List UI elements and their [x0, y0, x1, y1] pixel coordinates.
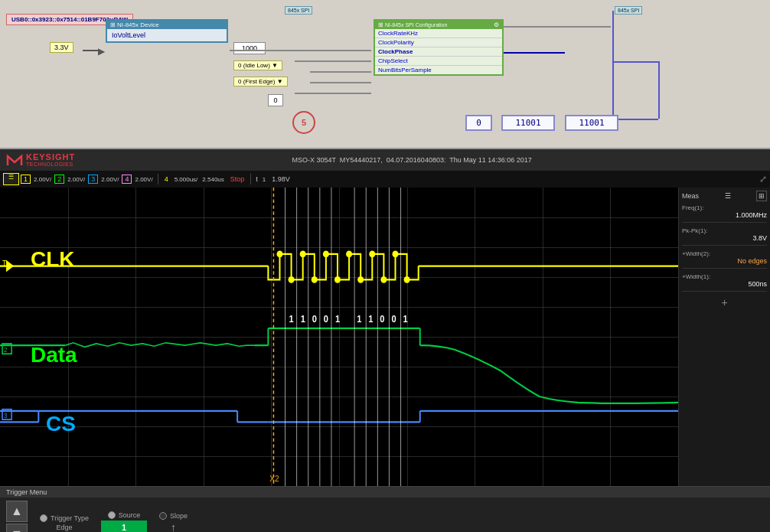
spi-item-4: NumBitsPerSample: [375, 66, 502, 74]
scope-timestamp: Thu May 11 14:36:06 2017: [449, 156, 532, 164]
meas-header: Meas ☰ ⊞: [682, 191, 767, 201]
time-pos-marker: 4: [162, 175, 171, 183]
down-arrow-btn[interactable]: ▼: [6, 524, 28, 532]
svg-point-39: [404, 276, 410, 283]
measurements-panel: Meas ☰ ⊞ Freq(1): 1.000MHz Pk-Pk(1): 3.8…: [678, 188, 770, 486]
trigger-slope-section: Slope ↑: [159, 512, 188, 532]
svg-text:X2: X2: [269, 474, 279, 484]
circle-value: 5: [302, 118, 306, 127]
freq-value: 1.000MHz: [682, 211, 767, 219]
ni-device-label: NI-845x Device: [117, 21, 159, 28]
ch3-scale: 2.00V/: [100, 176, 120, 183]
spi-item-1: ClockPolarity: [375, 38, 502, 47]
scope-firmware: 04.07.2016040803: [387, 156, 444, 164]
trigger-source-label: Source: [119, 511, 141, 519]
trig-symbol: t: [254, 175, 259, 183]
stop-label[interactable]: Stop: [227, 175, 248, 183]
trigger-type-label: Trigger Type: [51, 514, 89, 522]
scope-info: MSO-X 3054T MY54440217, 04.07.2016040803…: [75, 156, 749, 164]
up-arrow-btn[interactable]: ▲: [6, 501, 28, 522]
svg-text:T: T: [2, 259, 7, 268]
trigger-type-radio[interactable]: [40, 514, 47, 522]
spi-config-header: ⊞ NI-845x SPI Configuration ⚙: [375, 21, 502, 29]
svg-point-29: [289, 276, 295, 283]
width2-value: No edges: [682, 257, 767, 265]
idle-low-block[interactable]: 0 (Idle Low) ▼: [233, 60, 282, 70]
svg-text:0: 0: [312, 314, 318, 325]
bin-output-right: 11001: [565, 115, 618, 131]
time-pos: 2.540us: [201, 176, 225, 183]
trigger-type-section: Trigger Type Edge: [40, 514, 89, 531]
brand-sub: TECHNOLOGIES: [26, 162, 75, 167]
ch4-num[interactable]: 4: [122, 175, 132, 184]
svg-text:0: 0: [324, 314, 329, 325]
spi-config-label: NI-845x SPI Configuration: [385, 22, 447, 28]
svg-point-31: [312, 276, 318, 283]
zero-block: 0: [268, 94, 283, 106]
add-measurement-btn[interactable]: +: [682, 296, 767, 308]
meas-title: Meas: [682, 192, 699, 200]
brand-name: KEYSIGHT: [26, 153, 75, 162]
waveform-area[interactable]: 1 1 0 0 1 1 1 0 0 1 T X2 2 3: [0, 188, 678, 486]
ch2-num[interactable]: 2: [54, 175, 64, 184]
svg-text:1: 1: [335, 314, 341, 325]
spi-config-block: ⊞ NI-845x SPI Configuration ⚙ ClockRateK…: [374, 19, 504, 76]
svg-point-32: [323, 250, 329, 257]
time-scale: 5.000us/: [173, 176, 200, 183]
voltage-block[interactable]: 3.3V: [50, 42, 73, 53]
trig-volt: 1.98V: [269, 175, 293, 183]
width2-measurement: +Width(2): No edges: [682, 250, 767, 269]
ch3-group: 3 2.00V/: [88, 175, 120, 184]
ni-device-header: ⊞ NI-845x Device: [107, 21, 227, 29]
first-edge-label: 0 (First Edge): [238, 78, 275, 85]
svg-point-35: [357, 276, 364, 283]
rate-block[interactable]: 1000: [233, 42, 266, 54]
expand-icon[interactable]: ⤢: [759, 174, 767, 184]
freq-label: Freq(1):: [682, 204, 767, 211]
trigger-source-radio-row: Source: [108, 511, 141, 519]
arrow-right-2: ▶: [98, 46, 105, 57]
ch2-scale: 2.00V/: [66, 176, 86, 183]
ch1-scale: 2.00V/: [32, 176, 53, 183]
trig-ch: 1: [261, 176, 267, 183]
trigger-source-btn[interactable]: 1: [101, 521, 147, 532]
meas-menu-icon[interactable]: ☰: [725, 192, 731, 200]
svg-point-28: [276, 250, 282, 257]
first-edge-block[interactable]: 0 (First Edge) ▼: [233, 77, 288, 86]
svg-text:3: 3: [4, 411, 8, 419]
ch1-num[interactable]: 1: [21, 175, 31, 184]
trigger-source-radio[interactable]: [108, 511, 116, 519]
ch3-num[interactable]: 3: [88, 175, 98, 184]
keysight-logo-mark: [6, 153, 23, 167]
trigger-slope-radio-row: Slope: [159, 512, 188, 520]
scope-header: KEYSIGHT TECHNOLOGIES MSO-X 3054T MY5444…: [0, 149, 770, 171]
width1-measurement: +Width(1): 500ns: [682, 273, 767, 292]
width2-label: +Width(2):: [682, 250, 767, 257]
scope-area: KEYSIGHT TECHNOLOGIES MSO-X 3054T MY5444…: [0, 149, 770, 532]
ch4-group: 4 2.00V/: [122, 175, 154, 184]
svg-point-33: [334, 276, 341, 283]
step-circle: 5: [292, 111, 315, 134]
trigger-menu-title: Trigger Menu: [0, 487, 770, 498]
freq-measurement: Freq(1): 1.000MHz: [682, 204, 767, 223]
bin-output-mid: 11001: [501, 115, 555, 131]
waveform-svg: 1 1 0 0 1 1 1 0 0 1 T X2 2 3: [0, 188, 678, 486]
trigger-slope-value: ↑: [171, 521, 176, 532]
scope-display: 1 1 0 0 1 1 1 0 0 1 T X2 2 3: [0, 188, 770, 486]
spi-item-3: ChipSelect: [375, 57, 502, 66]
trigger-type-radio-row: Trigger Type: [40, 514, 89, 522]
menu-btn[interactable]: ☰: [3, 173, 19, 185]
trigger-type-value: Edge: [57, 524, 73, 531]
trigger-source-section: Source 1: [101, 511, 147, 532]
ni-device-block: ⊞ NI-845x Device IoVoltLevel: [106, 19, 228, 43]
trigger-slope-radio[interactable]: [159, 512, 167, 520]
svg-text:0: 0: [391, 314, 396, 325]
svg-point-30: [300, 250, 306, 257]
meas-settings-icon[interactable]: ⊞: [756, 191, 767, 201]
clk-label: CLK: [31, 247, 75, 272]
zero-value: 0: [273, 96, 277, 104]
svg-text:0: 0: [380, 314, 385, 325]
trigger-slope-label: Slope: [170, 512, 188, 520]
svg-point-37: [380, 276, 387, 283]
svg-text:1: 1: [368, 314, 374, 325]
